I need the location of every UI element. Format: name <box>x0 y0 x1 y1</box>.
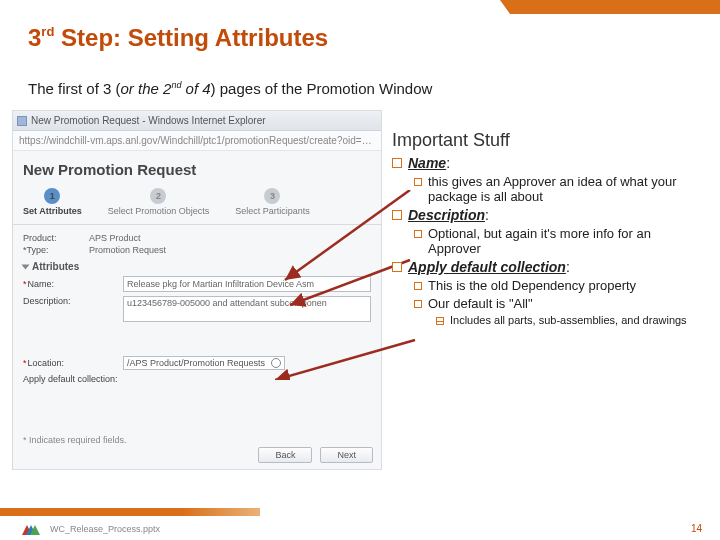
type-label: *Type: <box>23 245 89 255</box>
slide: 3rd Step: Setting Attributes The first o… <box>0 0 720 540</box>
location-value[interactable]: /APS Product/Promotion Requests <box>123 356 285 370</box>
bullet-icon <box>414 282 422 290</box>
step-2-dot: 2 <box>150 188 166 204</box>
note-desc-label: Description <box>408 207 485 223</box>
step-3-dot: 3 <box>264 188 280 204</box>
step-1-label: Set Attributes <box>23 206 82 216</box>
subtitle-pre: The first of 3 ( <box>28 80 121 97</box>
title-ord: 3 <box>28 24 41 51</box>
logo-icon <box>22 521 40 535</box>
step-2-label: Select Promotion Objects <box>108 206 210 216</box>
subtitle-sup: nd <box>171 80 181 90</box>
name-row: Name: <box>23 276 371 292</box>
slide-subtitle: The first of 3 (or the 2nd of 4) pages o… <box>28 80 432 97</box>
note-apply-sub: Includes all parts, sub-assemblies, and … <box>436 314 702 326</box>
next-button[interactable]: Next <box>320 447 373 463</box>
note-apply-colon: : <box>566 259 570 275</box>
embedded-screenshot: New Promotion Request - Windows Internet… <box>12 110 382 470</box>
product-label: Product: <box>23 233 89 243</box>
accent-top <box>510 0 720 14</box>
note-desc-desc-text: Optional, but again it's more info for a… <box>428 226 702 256</box>
note-apply-label: Apply default collection <box>408 259 566 275</box>
url-text: https://windchill-vm.aps.anl.gov/Windchi… <box>19 135 375 146</box>
subtitle-post: ) pages of the Promotion Window <box>211 80 433 97</box>
type-value: Promotion Request <box>89 245 166 255</box>
step-3-label: Select Participants <box>235 206 310 216</box>
note-apply-desc1-text: This is the old Dependency property <box>428 278 636 293</box>
title-rest: Step: Setting Attributes <box>54 24 328 51</box>
bullet-icon <box>414 230 422 238</box>
attributes-header-text: Attributes <box>32 261 79 272</box>
page-number: 14 <box>691 523 702 534</box>
apply-default-label: Apply default collection: <box>23 374 153 384</box>
name-label: Name: <box>23 279 123 289</box>
form-body: Product:APS Product *Type:Promotion Requ… <box>13 225 381 394</box>
note-name-colon: : <box>446 155 450 171</box>
note-apply: Apply default collection: <box>392 259 702 275</box>
name-input[interactable] <box>123 276 371 292</box>
note-name-desc: this gives an Approver an idea of what y… <box>414 174 702 204</box>
window-title: New Promotion Request - Windows Internet… <box>31 115 266 126</box>
note-name: Name: <box>392 155 702 171</box>
notes-heading: Important Stuff <box>392 130 702 151</box>
bullet-icon <box>414 178 422 186</box>
bullet-icon <box>436 317 444 325</box>
footer-filename: WC_Release_Process.pptx <box>50 524 160 534</box>
location-radio-icon <box>271 358 281 368</box>
accent-top-edge <box>500 0 510 14</box>
note-description: Description: <box>392 207 702 223</box>
product-row: Product:APS Product <box>23 233 371 243</box>
note-apply-desc2: Our default is "All" <box>414 296 702 311</box>
step-1[interactable]: 1Set Attributes <box>23 188 82 216</box>
bullet-icon <box>392 210 402 220</box>
form-heading: New Promotion Request <box>13 151 381 184</box>
slide-title: 3rd Step: Setting Attributes <box>28 24 328 52</box>
required-footnote: * Indicates required fields. <box>23 435 127 445</box>
browser-icon <box>17 116 27 126</box>
step-2[interactable]: 2Select Promotion Objects <box>108 188 210 216</box>
note-apply-desc2-text: Our default is "All" <box>428 296 533 311</box>
note-desc-colon: : <box>485 207 489 223</box>
note-description-desc: Optional, but again it's more info for a… <box>414 226 702 256</box>
bullet-icon <box>392 158 402 168</box>
location-text: /APS Product/Promotion Requests <box>127 358 265 368</box>
apply-default-row: Apply default collection: <box>23 374 371 384</box>
location-label: Location: <box>23 358 123 368</box>
location-row: Location: /APS Product/Promotion Request… <box>23 356 371 370</box>
attributes-header[interactable]: Attributes <box>23 261 371 272</box>
wizard-steps: 1Set Attributes 2Select Promotion Object… <box>13 184 381 225</box>
step-1-dot: 1 <box>44 188 60 204</box>
note-apply-sub-text: Includes all parts, sub-assemblies, and … <box>450 314 687 326</box>
subtitle-italic-pre: or the 2 <box>121 80 172 97</box>
subtitle-italic-post: of 4 <box>181 80 210 97</box>
note-name-desc-text: this gives an Approver an idea of what y… <box>428 174 702 204</box>
product-value: APS Product <box>89 233 141 243</box>
wizard-buttons: Back Next <box>258 447 373 463</box>
back-button[interactable]: Back <box>258 447 312 463</box>
description-input[interactable]: u123456789-005000 and attendant subcompo… <box>123 296 371 322</box>
collapse-icon <box>22 264 30 269</box>
note-apply-desc1: This is the old Dependency property <box>414 278 702 293</box>
bullet-icon <box>392 262 402 272</box>
description-row: Description: u123456789-005000 and atten… <box>23 296 371 322</box>
bullet-icon <box>414 300 422 308</box>
type-row: *Type:Promotion Request <box>23 245 371 255</box>
step-3[interactable]: 3Select Participants <box>235 188 310 216</box>
title-ord-suffix: rd <box>41 24 54 39</box>
notes-column: Important Stuff Name: this gives an Appr… <box>392 130 702 329</box>
note-name-label: Name <box>408 155 446 171</box>
accent-bottom <box>0 508 260 516</box>
description-label: Description: <box>23 296 123 306</box>
window-titlebar: New Promotion Request - Windows Internet… <box>13 111 381 131</box>
address-bar[interactable]: https://windchill-vm.aps.anl.gov/Windchi… <box>13 131 381 151</box>
